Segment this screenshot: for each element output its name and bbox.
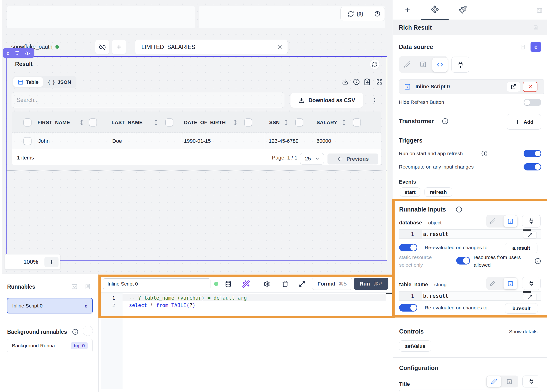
table-name-eval-selected[interactable]: f (504, 278, 517, 289)
sort-first-name-icon[interactable] (78, 119, 85, 126)
title-input[interactable] (399, 390, 541, 392)
code-line-1[interactable]: -- ? table_name (varchar) = default arg (129, 295, 247, 301)
format-button[interactable]: Format ⌘S (312, 278, 352, 290)
recompute-toggle[interactable] (524, 163, 541, 170)
previous-page-button[interactable]: Previous (328, 154, 378, 164)
tab-table[interactable]: Table (13, 77, 43, 87)
sort-date-of-birth-icon[interactable] (232, 119, 239, 126)
database-expand-button[interactable] (523, 232, 537, 238)
sort-salary-icon[interactable] (340, 119, 348, 126)
settings-icon[interactable] (263, 281, 270, 287)
search-input[interactable]: Search... (12, 92, 284, 108)
previous-label: Previous (347, 156, 369, 162)
col-ssn[interactable]: SSN (269, 120, 280, 125)
delete-x-icon (527, 84, 533, 89)
component-settings-tab[interactable] (430, 5, 439, 14)
table-name-input[interactable]: LIMITED_SALARIES (135, 40, 288, 54)
component-docs-icon[interactable] (533, 25, 538, 31)
style-tab[interactable] (459, 6, 467, 14)
title-template-icon[interactable]: f (506, 379, 512, 385)
add-background-runnable-button[interactable] (83, 326, 93, 336)
col-salary[interactable]: SALARY (316, 120, 337, 125)
move-down-icon[interactable] (14, 51, 20, 56)
database-reeval-target[interactable]: a.result (505, 243, 537, 253)
collapse-sidebar-icon[interactable] (536, 7, 542, 13)
add-transformer-button[interactable]: Add (507, 114, 541, 130)
database-connect-button[interactable] (522, 215, 540, 228)
fullscreen-icon[interactable] (376, 79, 383, 85)
col-last-name-checkbox[interactable] (165, 118, 173, 127)
code-line-2[interactable]: select * from TABLE(?) (129, 303, 195, 308)
anchor-icon[interactable] (25, 50, 30, 56)
zoom-out-icon[interactable] (12, 259, 17, 265)
table-name-value: LIMITED_SALARIES (141, 44, 195, 50)
component-selection-chip[interactable]: c (3, 48, 34, 58)
run-button[interactable]: Run ⌘↵ (354, 278, 388, 290)
hide-refresh-toggle[interactable] (524, 99, 541, 106)
zoom-in-button[interactable] (44, 257, 59, 267)
download-csv-label: Download as CSV (308, 97, 355, 104)
copy-result-icon[interactable] (363, 78, 371, 86)
job-history-button[interactable] (370, 7, 385, 21)
table-name-reeval-target[interactable]: b.result (505, 303, 538, 314)
recompute-all-button[interactable]: (0) (341, 7, 370, 21)
event-chip-start[interactable]: start (400, 187, 420, 197)
info-icon[interactable] (353, 79, 360, 85)
database-static-icon[interactable] (490, 218, 495, 224)
add-button[interactable] (112, 40, 126, 54)
template-input-icon[interactable]: f (420, 61, 427, 68)
database-eval-selected[interactable]: f (504, 215, 517, 227)
empty-container-a[interactable] (7, 6, 195, 28)
show-details-link[interactable]: Show details (483, 329, 537, 334)
clear-input-icon[interactable] (277, 44, 283, 50)
title-static-selected[interactable] (486, 376, 501, 387)
sort-ssn-icon[interactable] (283, 119, 290, 126)
open-script-button[interactable] (507, 82, 520, 92)
table-name-static-icon[interactable] (490, 281, 495, 286)
row-checkbox[interactable] (23, 137, 32, 145)
static-input-icon[interactable] (404, 61, 410, 68)
col-first-name-checkbox[interactable] (89, 118, 97, 127)
script-name-input[interactable]: Inline Script 0 (103, 278, 211, 289)
table-menu-icon[interactable] (372, 95, 377, 105)
table-name-expr-editor[interactable] (399, 291, 541, 301)
title-connect-button[interactable] (522, 376, 540, 387)
sort-last-name-icon[interactable] (152, 119, 160, 126)
col-date-of-birth[interactable]: DATE_OF_BIRTH (184, 120, 226, 125)
table-name-connect-button[interactable] (522, 277, 540, 290)
delete-script-icon[interactable] (282, 281, 288, 287)
unlink-button[interactable] (95, 40, 109, 54)
docs-icon[interactable] (85, 283, 91, 290)
col-last-name[interactable]: LAST_NAME (112, 120, 143, 125)
eval-input-selected[interactable] (432, 58, 448, 72)
table-name-expand-button[interactable] (523, 294, 537, 301)
tab-json[interactable]: { } JSON (44, 77, 75, 87)
resources-from-users-toggle[interactable] (456, 257, 470, 264)
zoom-level: 100% (17, 258, 44, 265)
connect-input-button[interactable] (451, 57, 469, 73)
data-source-docs-icon[interactable] (520, 44, 526, 50)
card-refresh-button[interactable] (370, 59, 380, 69)
table-name-reeval-toggle[interactable] (399, 304, 417, 311)
collapse-panel-icon[interactable] (71, 283, 78, 290)
col-salary-checkbox[interactable] (353, 118, 361, 127)
setvalue-chip[interactable]: setValue (399, 340, 431, 352)
page-size-select[interactable]: 25 (300, 153, 324, 164)
ai-assistant-icon[interactable] (242, 280, 250, 288)
insert-component-tab[interactable] (404, 7, 411, 13)
col-date-of-birth-checkbox[interactable] (244, 118, 252, 127)
database-reeval-toggle[interactable] (399, 244, 417, 251)
runnable-item-inline-script-0[interactable]: Inline Script 0 c (7, 298, 93, 313)
background-runnable-item[interactable]: Background Runna... bg_0 (7, 339, 93, 352)
select-all-checkbox[interactable] (23, 118, 32, 127)
download-csv-button[interactable]: Download as CSV (290, 93, 363, 108)
expand-editor-icon[interactable] (299, 281, 305, 287)
download-result-icon[interactable] (342, 79, 348, 85)
delete-script-button[interactable] (523, 82, 537, 92)
col-first-name[interactable]: FIRST_NAME (37, 120, 70, 125)
col-ssn-checkbox[interactable] (295, 118, 303, 127)
database-icon[interactable] (225, 281, 232, 287)
run-on-start-toggle[interactable] (524, 150, 541, 157)
event-chip-refresh[interactable]: refresh (424, 187, 452, 197)
database-expr-editor[interactable] (399, 230, 541, 239)
